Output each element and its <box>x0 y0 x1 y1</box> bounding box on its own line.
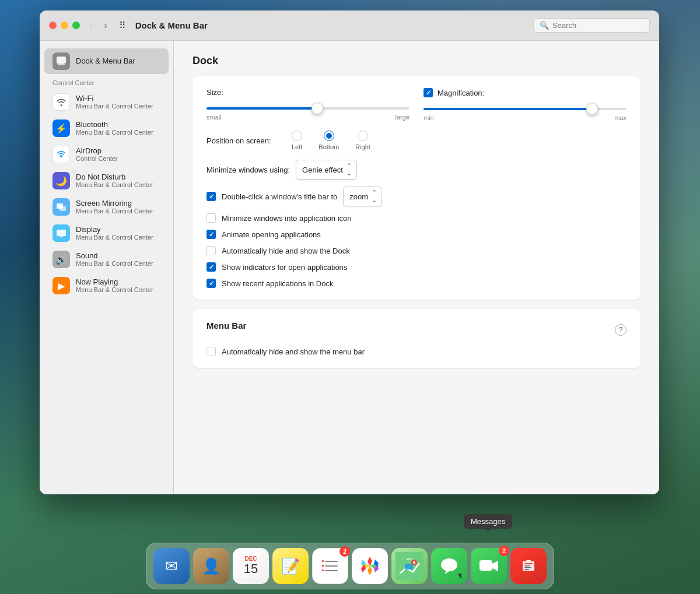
sidebar-airdrop-subtitle: Control Center <box>76 155 118 163</box>
cursor-icon <box>458 574 461 579</box>
position-right[interactable]: Right <box>355 131 370 150</box>
dock-item-reminders[interactable]: 2 <box>312 548 348 584</box>
menu-bar-autohide-row: Automatically hide and show the menu bar <box>206 347 626 356</box>
dock-item-facetime[interactable]: 2 <box>471 548 507 584</box>
svg-rect-0 <box>57 57 66 64</box>
maximize-button[interactable] <box>72 22 80 29</box>
minimize-app-icon-row: Minimize windows into application icon <box>206 213 626 223</box>
autohide-dock-checkbox[interactable] <box>206 246 216 255</box>
position-right-radio[interactable] <box>358 131 368 141</box>
sidebar-item-title-dock: Dock & Menu Bar <box>76 57 135 66</box>
dock-item-mail[interactable]: ✉ <box>153 548 190 584</box>
reminders-badge: 2 <box>340 546 350 557</box>
dock-bar: ✉ 👤 DEC 15 📝 2 <box>0 536 700 594</box>
svg-rect-7 <box>322 560 324 562</box>
main-content: Dock Size: small large <box>174 41 659 494</box>
svg-rect-22 <box>524 563 533 564</box>
sidebar-item-sound[interactable]: 🔊 Sound Menu Bar & Control Center <box>44 247 169 272</box>
double-click-checkbox[interactable]: ✓ <box>206 192 216 201</box>
minimize-button[interactable] <box>61 22 68 29</box>
size-slider[interactable] <box>206 107 410 110</box>
dock-item-messages[interactable] <box>431 548 467 584</box>
sidebar-item-display[interactable]: Display Menu Bar & Control Center <box>44 220 169 246</box>
position-bottom[interactable]: Bottom <box>318 131 339 150</box>
minimize-dropdown[interactable]: Genie effect ⌃⌄ <box>296 160 357 180</box>
sidebar-mirror-title: Screen Mirroring <box>76 199 153 208</box>
magnification-slider[interactable] <box>424 108 626 110</box>
double-click-action-value: zoom <box>349 192 368 201</box>
dropdown-arrow-icon: ⌃⌄ <box>346 162 352 177</box>
sound-icon: 🔊 <box>52 251 70 268</box>
sidebar-item-dnd[interactable]: 🌙 Do Not Disturb Menu Bar & Control Cent… <box>44 168 169 194</box>
menu-bar-panel: Menu Bar ? Automatically hide and show t… <box>192 309 640 368</box>
dock-item-photos[interactable] <box>352 548 388 584</box>
sidebar-bt-title: Bluetooth <box>76 120 153 129</box>
animate-checkbox[interactable]: ✓ <box>206 230 216 239</box>
back-button[interactable]: ‹ <box>87 20 94 31</box>
sidebar-item-now-playing[interactable]: ▶ Now Playing Menu Bar & Control Center <box>44 273 169 298</box>
sidebar-item-bluetooth[interactable]: ⚡ Bluetooth Menu Bar & Control Center <box>44 115 169 141</box>
grid-icon[interactable]: ⠿ <box>119 20 126 31</box>
sidebar-item-screen-mirroring[interactable]: Screen Mirroring Menu Bar & Control Cent… <box>44 194 169 220</box>
mag-min-label: min <box>424 114 434 121</box>
sidebar-nowplaying-subtitle: Menu Bar & Control Center <box>76 286 153 294</box>
position-left-radio[interactable] <box>292 131 302 141</box>
forward-button[interactable]: › <box>102 20 109 31</box>
double-click-dropdown[interactable]: zoom ⌃⌄ <box>343 187 382 206</box>
svg-rect-24 <box>524 567 531 568</box>
svg-text:280: 280 <box>407 557 413 561</box>
control-center-label: Control Center <box>40 75 173 89</box>
position-bottom-radio[interactable] <box>324 131 334 141</box>
position-left[interactable]: Left <box>292 131 302 150</box>
maps-icon: 280 <box>396 552 424 580</box>
traffic-lights <box>49 22 80 29</box>
svg-rect-25 <box>524 569 529 570</box>
position-label: Position on screen: <box>206 136 282 145</box>
messages-tooltip-container: Messages <box>464 514 512 529</box>
sidebar-item-dock-menu-bar[interactable]: Dock & Menu Bar <box>44 48 169 74</box>
svg-point-15 <box>413 561 415 564</box>
minimize-app-icon-checkbox[interactable] <box>206 213 216 223</box>
search-input[interactable] <box>552 21 634 30</box>
photos-icon <box>358 554 382 578</box>
calendar-day: 15 <box>244 562 258 576</box>
help-button[interactable]: ? <box>615 324 626 336</box>
dock-item-contacts[interactable]: 👤 <box>193 548 229 584</box>
dock-item-maps[interactable]: 280 <box>391 548 428 584</box>
sidebar-nowplaying-title: Now Playing <box>76 277 153 287</box>
indicators-label: Show indicators for open applications <box>222 263 347 272</box>
double-click-row: ✓ Double-click a window's title bar to z… <box>206 187 626 206</box>
dock-item-notes[interactable]: 📝 <box>272 548 309 584</box>
screen-mirroring-icon <box>52 198 70 216</box>
svg-marker-19 <box>444 570 450 574</box>
svg-rect-9 <box>322 565 324 567</box>
recent-checkbox[interactable]: ✓ <box>206 279 216 288</box>
mag-max-label: max <box>614 114 626 121</box>
messages-icon <box>439 556 460 577</box>
svg-rect-1 <box>58 64 65 65</box>
wifi-icon <box>52 93 70 111</box>
indicators-checkbox[interactable]: ✓ <box>206 262 216 272</box>
svg-rect-8 <box>325 561 338 562</box>
sidebar-item-airdrop[interactable]: AirDrop Control Center <box>44 142 169 167</box>
animate-row: ✓ Animate opening applications <box>206 230 626 239</box>
sidebar-mirror-subtitle: Menu Bar & Control Center <box>76 208 153 215</box>
sidebar-item-wifi[interactable]: Wi-Fi Menu Bar & Control Center <box>44 89 169 115</box>
magnification-checkbox[interactable]: ✓ <box>424 88 433 97</box>
bluetooth-icon: ⚡ <box>52 119 70 137</box>
reminders-icon <box>320 556 341 577</box>
position-radio-group: Left Bottom Right <box>292 131 370 150</box>
calendar-inner: DEC 15 <box>244 556 258 576</box>
dock-item-calendar[interactable]: DEC 15 <box>233 548 269 584</box>
svg-point-2 <box>60 155 62 157</box>
double-click-dropdown-arrow-icon: ⌃⌄ <box>372 189 377 204</box>
animate-label: Animate opening applications <box>222 230 321 239</box>
minimize-row: Minimize windows using: Genie effect ⌃⌄ <box>206 160 626 180</box>
sidebar-wifi-subtitle: Menu Bar & Control Center <box>76 103 153 110</box>
mag-range-labels: min max <box>424 114 626 121</box>
size-large-label: large <box>396 114 410 121</box>
close-button[interactable] <box>49 22 57 29</box>
search-box[interactable]: 🔍 <box>533 18 650 33</box>
menu-bar-autohide-checkbox[interactable] <box>206 347 216 356</box>
dock-item-news[interactable] <box>510 548 547 584</box>
